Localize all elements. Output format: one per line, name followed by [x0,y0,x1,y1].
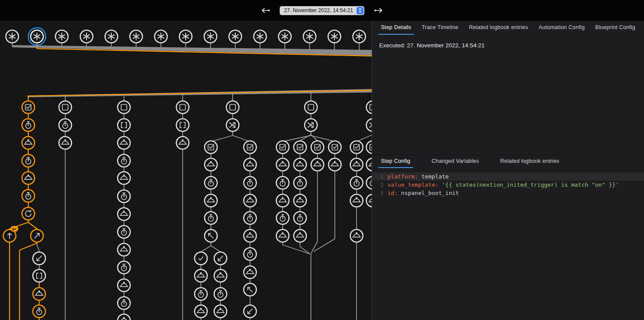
graph-node-square-icon[interactable] [227,101,239,114]
graph-node-checkbox-icon[interactable] [205,141,217,154]
graph-node-square-icon[interactable] [59,101,72,114]
graph-node-arrow-bottom-left-icon[interactable] [214,252,227,265]
graph-node-bell-icon[interactable] [244,266,257,279]
graph-node-asterisk-icon[interactable] [105,30,118,43]
graph-node-arrow-top-left-icon[interactable] [205,230,217,242]
graph-node-square-icon[interactable] [367,101,372,114]
graph-node-timer-icon[interactable] [118,190,130,203]
graph-node-bell-icon[interactable] [367,158,372,171]
graph-node-square-icon[interactable] [118,101,130,114]
graph-node-timer-icon[interactable] [118,261,130,274]
graph-node-bell-icon[interactable] [118,279,130,292]
graph-node-shuffle-icon[interactable] [367,119,372,132]
graph-node-bell-icon[interactable] [118,244,130,256]
graph-node-timer-icon[interactable] [22,119,35,132]
graph-node-bell-icon[interactable] [350,230,363,242]
graph-node-shuffle-icon[interactable] [305,119,317,132]
graph-node-timer-icon[interactable] [205,212,217,224]
graph-node-bell-icon[interactable] [118,314,130,320]
graph-node-bell-icon[interactable] [177,137,189,149]
graph-node-checkbox-icon[interactable] [367,141,372,154]
graph-node-asterisk-icon[interactable] [328,30,341,43]
graph-node-square-icon[interactable] [305,101,317,114]
graph-node-bell-icon[interactable] [350,195,363,207]
graph-node-timer-icon[interactable] [244,212,257,224]
graph-node-timer-icon[interactable] [118,297,130,310]
graph-node-asterisk-icon[interactable] [6,30,19,43]
graph-node-asterisk-icon[interactable] [229,30,242,43]
graph-node-timer-icon[interactable] [22,190,35,202]
graph-node-bell-icon[interactable] [195,270,207,282]
graph-node-timer-icon[interactable] [214,288,227,300]
graph-node-asterisk-icon[interactable] [353,30,366,43]
tab-changed-variables[interactable]: Changed Variables [429,155,482,168]
graph-node-arrow-bottom-left-icon[interactable] [244,305,257,318]
graph-node-bell-icon[interactable] [22,172,35,185]
tab-trace-timeline[interactable]: Trace Timeline [419,21,461,35]
graph-node-bell-icon[interactable] [294,195,307,207]
tab-related-logbook-entries[interactable]: Related logbook entries [497,155,562,168]
graph-node-bell-icon[interactable] [244,195,257,207]
graph-node-asterisk-icon[interactable] [56,30,68,43]
graph-node-asterisk-icon[interactable] [155,30,167,43]
graph-node-asterisk-icon[interactable] [304,30,316,43]
graph-node-square-icon[interactable] [177,101,189,114]
step-config-code[interactable]: 1platform: template2value_template: '{{ … [372,168,644,197]
graph-node-bell-icon[interactable] [205,158,217,171]
graph-node-bell-icon[interactable] [214,305,227,318]
graph-node-bell-icon[interactable] [277,230,289,242]
graph-node-asterisk-icon[interactable] [254,30,267,43]
graph-node-bell-icon[interactable] [277,195,289,207]
graph-node-timer-icon[interactable] [367,177,372,189]
graph-node-timer-icon[interactable] [33,305,46,318]
graph-node-bell-icon[interactable] [118,137,130,149]
graph-node-bell-icon[interactable] [294,230,307,242]
tab-blueprint-config[interactable]: Blueprint Config [593,21,638,35]
graph-node-asterisk-icon[interactable] [80,30,93,43]
graph-node-checkbox-icon[interactable] [350,141,363,154]
tab-automation-config[interactable]: Automation Config [536,21,587,35]
ray-end-arrow-icon[interactable] [260,5,272,16]
graph-node-bell-icon[interactable] [118,172,130,185]
graph-node-check-icon[interactable] [195,252,207,265]
graph-node-bell-icon[interactable] [195,305,207,318]
graph-node-bell-icon[interactable] [205,195,217,207]
graph-node-timer-icon[interactable] [244,177,257,189]
graph-node-timer-icon[interactable] [277,177,289,189]
graph-node-bell-icon[interactable] [367,195,372,207]
graph-node-timer-icon[interactable] [59,119,72,132]
graph-node-bell-icon[interactable] [244,230,257,242]
graph-node-asterisk-icon[interactable] [204,30,217,43]
graph-node-bell-icon[interactable] [329,158,341,171]
graph-node-asterisk-icon[interactable] [28,28,46,45]
graph-node-brackets-icon[interactable] [177,119,189,132]
graph-node-checkbox-icon[interactable] [294,141,307,154]
graph-node-timer-icon[interactable] [294,212,307,224]
graph-node-timer-icon[interactable] [22,155,35,167]
graph-node-bell-icon[interactable] [22,137,35,149]
graph-node-checkbox-icon[interactable] [22,101,35,114]
graph-node-shuffle-icon[interactable] [227,119,239,132]
graph-node-timer-icon[interactable] [205,177,217,189]
graph-node-timer-icon[interactable] [350,177,363,189]
run-date-select[interactable]: 27. November 2022, 14:54:21 [280,6,364,15]
graph-node-timer-icon[interactable] [244,248,257,261]
graph-node-bell-icon[interactable] [311,158,324,171]
graph-node-asterisk-icon[interactable] [130,30,143,43]
graph-node-timer-icon[interactable] [118,155,130,167]
automation-trace-graph[interactable]: 9+ [0,21,372,320]
graph-node-bell-icon[interactable] [277,158,289,171]
graph-node-checkbox-icon[interactable] [277,141,289,154]
graph-node-repeat-icon[interactable] [22,208,35,220]
graph-node-bell-icon[interactable] [294,158,307,171]
tab-step-config[interactable]: Step Config [378,155,413,168]
graph-node-bell-icon[interactable] [350,158,363,171]
tab-related-logbook-entries[interactable]: Related logbook entries [466,21,531,35]
graph-node-timer-icon[interactable] [118,226,130,238]
graph-node-bell-icon[interactable] [118,208,130,221]
graph-node-bell-icon[interactable] [214,270,227,282]
graph-node-checkbox-icon[interactable] [244,141,257,154]
graph-node-arrow-top-right-icon[interactable] [31,230,43,242]
graph-node-timer-icon[interactable] [277,212,289,224]
graph-node-bell-icon[interactable] [33,288,46,300]
